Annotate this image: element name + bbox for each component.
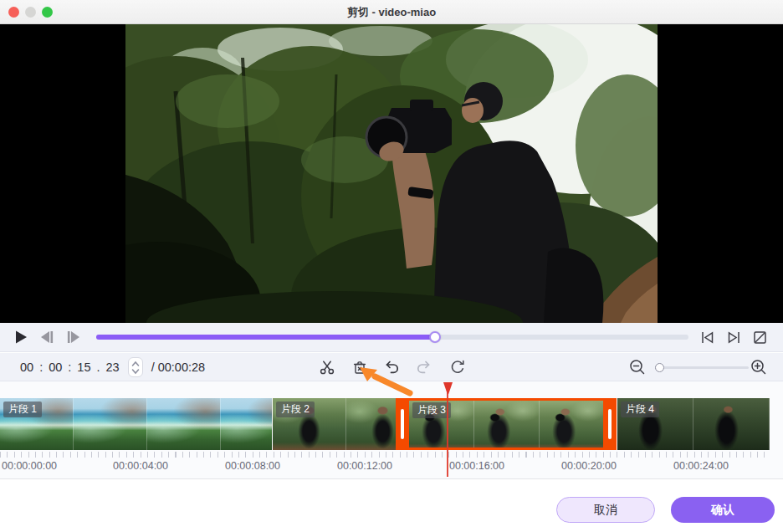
undo-button[interactable] [383, 359, 400, 376]
timecode-separator: : [39, 361, 43, 374]
cut-button[interactable] [319, 359, 335, 376]
timecode-minutes: 00 [49, 361, 62, 374]
delete-clip-icon [351, 359, 368, 376]
zoom-out-icon [628, 358, 647, 376]
timeline-ruler: 00:00:00:00 00:00:04:00 00:00:08:00 00:0… [0, 458, 783, 475]
window-titlebar: 剪切 - video-miao [0, 0, 783, 24]
progress-thumb[interactable] [429, 331, 441, 343]
trim-handle-right[interactable] [603, 401, 617, 448]
ruler-label: 00:00:12:00 [337, 460, 392, 472]
clip-label: 片段 2 [276, 402, 315, 417]
zoom-in-icon [750, 358, 768, 376]
timeline-clip-4[interactable]: 片段 4 [617, 398, 770, 450]
timecode-separator: : [68, 361, 71, 374]
progress-fill [96, 335, 435, 340]
timecode-display[interactable]: 00 : 00 : 15 . 23 / 00:00:28 [20, 353, 205, 381]
play-button[interactable] [13, 330, 28, 345]
ruler-label: 00:00:00:00 [2, 460, 57, 472]
tools-bar: 00 : 00 : 15 . 23 / 00:00:28 [0, 353, 783, 381]
ruler-label: 00:00:08:00 [225, 460, 280, 472]
timeline-zoom-slider[interactable] [655, 366, 749, 369]
clip-thumbnail [693, 398, 770, 450]
skip-to-start-button[interactable] [699, 330, 715, 345]
fullscreen-button[interactable] [752, 330, 768, 345]
confirm-button[interactable]: 确认 [671, 497, 775, 523]
ruler-label: 00:00:16:00 [449, 460, 504, 472]
total-duration: / 00:00:28 [151, 361, 206, 374]
timeline-ticks [0, 452, 770, 458]
clip-label: 片段 3 [412, 402, 451, 418]
next-frame-button[interactable] [65, 330, 82, 344]
skip-to-start-icon [699, 330, 715, 345]
delete-clip-button[interactable] [351, 359, 368, 376]
trim-grip [608, 409, 612, 439]
clip-thumbnail [474, 401, 540, 448]
redo-button[interactable] [416, 359, 432, 376]
clip-thumbnail [540, 401, 603, 448]
timecode-stepper[interactable] [128, 357, 143, 377]
timeline[interactable]: 片段 1 片段 2 片段 3 片段 4 00:00:00:00 00:00 [0, 381, 783, 478]
video-preview [125, 24, 658, 323]
timeline-zoom-thumb[interactable] [655, 363, 664, 372]
cancel-button[interactable]: 取消 [556, 497, 655, 523]
previous-frame-button[interactable] [38, 330, 55, 344]
timecode-seconds: 15 [77, 361, 90, 374]
reset-icon [449, 359, 466, 376]
timecode-separator: . [96, 361, 100, 374]
trim-handle-left[interactable] [396, 401, 409, 448]
play-icon [13, 330, 28, 345]
previous-frame-icon [38, 330, 55, 344]
ruler-label: 00:00:04:00 [113, 460, 168, 472]
clip-thumbnail [346, 398, 396, 450]
window-title: 剪切 - video-miao [0, 0, 783, 24]
skip-to-end-button[interactable] [726, 330, 742, 345]
scissors-icon [319, 359, 335, 376]
clip-thumbnail [221, 398, 272, 450]
playback-progress-slider[interactable] [96, 335, 688, 340]
timeline-clip-3-selected[interactable]: 片段 3 [396, 398, 617, 450]
clip-thumbnail [147, 398, 221, 450]
redo-icon [416, 359, 432, 376]
playhead-line [447, 392, 448, 477]
skip-to-end-icon [726, 330, 742, 345]
video-stage [0, 24, 783, 323]
ruler-label: 00:00:24:00 [673, 460, 729, 472]
timecode-frames: 23 [106, 361, 120, 374]
transport-bar [0, 323, 783, 352]
timeline-clip-1[interactable]: 片段 1 [0, 398, 272, 450]
undo-icon [383, 359, 400, 376]
clip-thumbnail [74, 398, 147, 450]
timeline-clip-2[interactable]: 片段 2 [273, 398, 396, 450]
zoom-out-button[interactable] [628, 358, 647, 376]
fullscreen-icon [752, 330, 768, 345]
clip-label: 片段 4 [621, 402, 659, 417]
timecode-hours: 00 [20, 361, 33, 374]
ruler-label: 00:00:20:00 [561, 460, 617, 472]
clip-label: 片段 1 [3, 402, 42, 417]
chevron-down-icon [131, 368, 140, 375]
dialog-footer: 取消 确认 [0, 478, 783, 532]
cut-dialog-window: 剪切 - video-miao [0, 0, 783, 532]
chevron-up-icon [131, 361, 140, 367]
reset-button[interactable] [449, 359, 466, 376]
trim-grip [401, 409, 404, 439]
zoom-in-button[interactable] [750, 358, 768, 376]
next-frame-icon [65, 330, 82, 344]
